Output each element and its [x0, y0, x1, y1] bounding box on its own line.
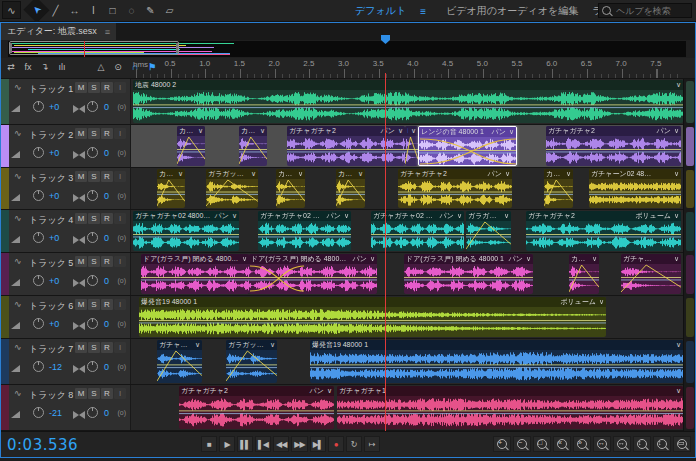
audio-clip[interactable]: カタン…∨ [239, 126, 267, 166]
clip-menu-chevron-icon[interactable]: ∨ [198, 127, 203, 135]
clip-menu-chevron-icon[interactable]: ∨ [504, 212, 509, 220]
clip-menu-chevron-icon[interactable]: ∨ [358, 170, 363, 178]
track-header[interactable]: ∿トラック 6MSRI+00(o) [1, 296, 131, 338]
skip-selection-button[interactable]: ↦ [364, 436, 380, 452]
pencil-tool[interactable]: ✎ [141, 1, 160, 19]
zoom-time-selection-button[interactable]: □ [533, 436, 551, 452]
mute-button[interactable]: M [75, 82, 87, 93]
mute-button[interactable]: M [75, 388, 87, 399]
pan-value[interactable]: 0 [104, 233, 109, 243]
monitor-input-button[interactable]: I [114, 213, 126, 224]
monitor-input-button[interactable]: I [114, 342, 126, 353]
zoom-in-button[interactable]: + [493, 436, 511, 452]
meters-icon[interactable]: ılı [54, 59, 70, 75]
track-header[interactable]: ∿トラック 4MSRI+00(o) [1, 210, 131, 252]
clip-menu-chevron-icon[interactable]: ∨ [411, 127, 416, 135]
monitor-input-button[interactable]: I [114, 256, 126, 267]
volume-knob[interactable] [33, 318, 44, 329]
audio-clip[interactable]: 爆発音19 48000 1ボリューム∨ [139, 297, 606, 337]
pan-value[interactable]: 0 [104, 408, 109, 418]
track-header[interactable]: ∿トラック 5MSRI+00(o) [1, 253, 131, 295]
clip-envelope-label[interactable]: パン [215, 211, 229, 221]
track-name[interactable]: トラック 5 [29, 257, 73, 270]
track-name[interactable]: トラック 4 [29, 214, 73, 227]
clip-envelope-label[interactable]: パン [310, 386, 324, 396]
clip-menu-chevron-icon[interactable]: ∨ [457, 212, 462, 220]
volume-value[interactable]: +0 [49, 276, 59, 286]
track-header[interactable]: ∿トラック 3MSRI+00(o) [1, 168, 131, 209]
monitor-input-button[interactable]: I [114, 82, 126, 93]
pan-knob[interactable] [87, 407, 98, 418]
clip-menu-chevron-icon[interactable]: ∨ [242, 255, 247, 263]
clip-envelope-label[interactable]: パン [353, 254, 367, 264]
zoom-full-button[interactable]: ▭ [673, 436, 691, 452]
volume-value[interactable]: -12 [49, 362, 62, 372]
audio-clip[interactable]: ガラガッチャン 48…∨ [226, 340, 277, 383]
pan-value[interactable]: 0 [104, 191, 109, 201]
play-button[interactable]: ▶ [219, 436, 235, 452]
track-lane[interactable]: カタン…∨カタン…∨ガチャガチャ2パン∨レン…∨レンジの音 48000 1パン∨… [131, 125, 683, 167]
clip-envelope-label[interactable]: パン [381, 126, 395, 136]
eraser-tool[interactable]: ▱ [160, 1, 179, 19]
audio-clip[interactable]: ガラガッチャン 48…∨ [466, 211, 511, 251]
pan-value[interactable]: 0 [104, 362, 109, 372]
solo-button[interactable]: S [88, 213, 100, 224]
clip-menu-chevron-icon[interactable]: ∨ [270, 341, 275, 349]
automation-mode-icon[interactable]: (o) [117, 234, 126, 241]
audio-clip[interactable]: レンジの音 48000 1パン∨ [418, 126, 517, 166]
volume-knob[interactable] [33, 361, 44, 372]
editor-tab[interactable]: エディター: 地震.sesx ≡ [1, 23, 116, 40]
mute-button[interactable]: M [75, 213, 87, 224]
search-input[interactable] [614, 5, 692, 17]
audio-clip[interactable]: ドア(ガラス戸) 閉める 48000 1∨ [141, 254, 249, 294]
solo-button[interactable]: S [88, 342, 100, 353]
waveform-panel-icon[interactable]: ∿ [2, 1, 21, 19]
track-name[interactable]: トラック 7 [29, 343, 73, 356]
audio-clip[interactable]: ガチャガチャ02 48000 1パン∨ [133, 211, 239, 251]
clip-menu-chevron-icon[interactable]: ∨ [674, 255, 679, 263]
volume-knob[interactable] [33, 147, 44, 158]
record-button[interactable]: ● [328, 436, 344, 452]
clip-menu-chevron-icon[interactable]: ∨ [298, 170, 303, 178]
clip-menu-chevron-icon[interactable]: ∨ [509, 128, 514, 136]
track-name[interactable]: トラック 2 [29, 129, 73, 142]
workspace-menu-icon[interactable]: ≡ [420, 6, 426, 17]
clip-menu-chevron-icon[interactable]: ∨ [599, 298, 604, 306]
audio-clip[interactable]: ガチャ…∨ [621, 254, 681, 294]
clip-menu-chevron-icon[interactable]: ∨ [674, 212, 679, 220]
audio-clip[interactable]: ガチャガチャ1∨ [337, 386, 683, 429]
slip-tool[interactable]: ↔ [65, 1, 84, 19]
arm-record-button[interactable]: R [101, 342, 113, 353]
clip-envelope-label[interactable]: パン [509, 254, 523, 264]
volume-knob[interactable] [33, 275, 44, 286]
automation-mode-icon[interactable]: (o) [117, 363, 126, 370]
audio-clip[interactable]: ガチャガチャ2パン∨ [398, 169, 512, 208]
zoom-selection-in-point-button[interactable]: « [553, 436, 571, 452]
volume-value[interactable]: +0 [49, 148, 59, 158]
pan-knob[interactable] [87, 147, 98, 158]
pan-knob[interactable] [87, 275, 98, 286]
audio-clip[interactable]: ドア(ガラス戸) 閉める 48000 1パン∨ [249, 254, 377, 294]
pan-value[interactable]: 0 [104, 319, 109, 329]
automation-mode-icon[interactable]: (o) [117, 409, 126, 416]
automation-mode-icon[interactable]: (o) [117, 149, 126, 156]
automation-mode-icon[interactable]: (o) [117, 192, 126, 199]
solo-button[interactable]: S [88, 82, 100, 93]
audio-clip[interactable]: カン…∨ [276, 169, 305, 208]
mute-button[interactable]: M [75, 128, 87, 139]
marquee-tool[interactable]: □ [103, 1, 122, 19]
zoom-vertical-out-button[interactable]: ↕ [653, 436, 671, 452]
pan-knob[interactable] [87, 101, 98, 112]
clip-menu-chevron-icon[interactable]: ∨ [566, 170, 571, 178]
volume-knob[interactable] [33, 407, 44, 418]
workspace-tab-video-audio[interactable]: ビデオ用のオーディオを編集 [446, 4, 578, 18]
zoom-horizontal-out-button[interactable]: ↔ [613, 436, 631, 452]
audio-clip[interactable]: ガチャガチャ02 48000 1パン∨ [258, 211, 351, 251]
pause-button[interactable]: ▌▌ [237, 436, 253, 452]
rewind-button[interactable]: ◀◀ [273, 436, 289, 452]
vertical-scrollbar[interactable] [683, 79, 695, 431]
pan-value[interactable]: 0 [104, 148, 109, 158]
volume-value[interactable]: -21 [49, 408, 62, 418]
track-header[interactable]: ∿トラック 1MSRI+00(o) [1, 79, 131, 124]
track-lane[interactable]: カン…∨ガラガッチャン 48…∨カン…∨カン…∨ガチャガチャ2パン∨カン…∨ガチ… [131, 168, 683, 209]
